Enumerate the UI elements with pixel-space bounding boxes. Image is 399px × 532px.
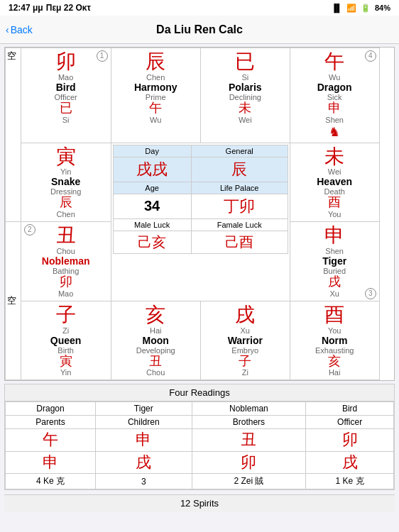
four-readings-section: Four Readings Dragon Tiger Nobleman Bird… — [4, 384, 395, 490]
status-bar: 12:47 μμ Πεμ 22 Οκτ ▐▌ 📶 🔋 84% — [0, 0, 399, 16]
general-label: General — [191, 145, 288, 157]
cell-xu-warrior: 戌 Xu Warrior Embryo 子 Zi — [200, 301, 290, 380]
four-readings-table: Dragon Tiger Nobleman Bird Parents Child… — [5, 401, 394, 489]
row-footer: 4 Ke 克 3 2 Zei 賊 1 Ke 克 — [6, 474, 394, 489]
page-title: Da Liu Ren Calc — [156, 23, 243, 36]
quad-1-number: 1 — [97, 50, 108, 62]
footer-nobleman: 2 Zei 賊 — [192, 474, 306, 489]
kong-left-bot: 空 — [6, 222, 21, 380]
cell-yin-snake: 寅 Yin Snake Dressing 辰 Chen — [21, 143, 111, 222]
battery-icon: 🔋 — [361, 4, 371, 13]
row-1: 空 1 卯 Mao Bird Officer 已 Si 辰 Chen Harmo… — [6, 48, 395, 143]
four-readings-title: Four Readings — [5, 384, 394, 401]
type-brothers: Brothers — [192, 416, 306, 429]
column-headers-row: Dragon Tiger Nobleman Bird — [6, 402, 394, 416]
main-grid: 空 1 卯 Mao Bird Officer 已 Si 辰 Chen Harmo… — [5, 48, 394, 380]
spacer-right-bot — [379, 222, 394, 380]
cell-wei-heaven: 未 Wei Heaven Death 酉 You — [290, 143, 379, 222]
footer-tiger: 3 — [96, 474, 192, 489]
nav-bar: ‹ Back Da Liu Ren Calc — [0, 16, 399, 44]
twelve-spirits-title: 12 Spirits — [4, 494, 395, 511]
col-nobleman: Nobleman — [192, 402, 306, 416]
ch2-bird: 戌 — [306, 451, 394, 473]
spacer-right-top — [379, 48, 394, 222]
status-icons: ▐▌ 📶 🔋 84% — [331, 4, 390, 13]
status-time: 12:47 μμ Πεμ 22 Οκτ — [9, 3, 91, 13]
center-info-box: Day General 戌戌 辰 Age Life Palace — [111, 143, 290, 301]
row-4: 子 Zi Queen Birth 寅 Yin 亥 Hai Moon Develo… — [6, 301, 395, 380]
age-label: Age — [113, 182, 191, 194]
type-parents: Parents — [6, 416, 96, 429]
battery-pct: 84% — [375, 4, 390, 12]
ch1-nobleman: 丑 — [192, 429, 306, 451]
cell-you-norm: 酉 You Norm Exhausting 亥 Hai — [290, 301, 379, 380]
cell-si-polaris: 已 Si Polaris Declining 未 Wei — [200, 48, 290, 143]
cell-hai-moon: 亥 Hai Moon Developing 丑 Chou — [111, 301, 200, 380]
type-children: Children — [96, 416, 192, 429]
time: 12:47 μμ — [9, 3, 43, 13]
row-chinese2: 申 戌 卯 戌 — [6, 451, 394, 473]
day: Πεμ 22 Οκτ — [46, 3, 91, 13]
chevron-left-icon: ‹ — [6, 24, 9, 35]
lifepalace-label: Life Palace — [191, 182, 288, 194]
type-officer: Officer — [306, 416, 394, 429]
lifepalace-chinese: 丁卯 — [191, 194, 288, 218]
footer-dragon: 4 Ke 克 — [6, 474, 96, 489]
back-button[interactable]: ‹ Back — [6, 24, 33, 35]
back-label: Back — [11, 24, 33, 35]
cell-shen-tiger: 3 申 Shen Tiger Buried 戌 Xu — [290, 222, 379, 301]
age-number: 34 — [113, 194, 191, 218]
cell-chou-nobleman: 2 丑 Chou Nobleman Bathing 卯 Mao — [21, 222, 111, 301]
quad-4-number: 4 — [365, 50, 376, 62]
ch2-dragon: 申 — [6, 451, 96, 473]
cell-mao-bird: 1 卯 Mao Bird Officer 已 Si — [21, 48, 111, 143]
day-label: Day — [113, 145, 191, 157]
row-types: Parents Children Brothers Officer — [6, 416, 394, 429]
quad-3-number: 3 — [365, 287, 376, 299]
day-chinese: 戌戌 — [113, 157, 191, 182]
female-luck-chinese: 己酉 — [191, 231, 288, 253]
cell-chen-harmony: 辰 Chen Harmony Prime 午 Wu — [111, 48, 200, 143]
male-luck-label: Male Luck — [113, 218, 191, 231]
col-dragon: Dragon — [6, 402, 96, 416]
row-2: 寅 Yin Snake Dressing 辰 Chen Day General … — [6, 143, 395, 222]
quad-2-number: 2 — [24, 223, 35, 235]
male-luck-chinese: 己亥 — [113, 231, 191, 253]
ch2-nobleman: 卯 — [192, 451, 306, 473]
signal-icon: ▐▌ — [331, 4, 342, 12]
ch1-tiger: 申 — [96, 429, 192, 451]
cell-zi-queen: 子 Zi Queen Birth 寅 Yin — [21, 301, 111, 380]
ch1-dragon: 午 — [6, 429, 96, 451]
general-chinese: 辰 — [191, 157, 288, 182]
cell-wu-dragon: 4 午 Wu Dragon Sick 申 Shen ♞ — [290, 48, 379, 143]
female-luck-label: Famale Luck — [191, 218, 288, 231]
wifi-icon: 📶 — [346, 4, 356, 13]
horse-icon: ♞ — [329, 125, 340, 139]
col-bird: Bird — [306, 402, 394, 416]
row-chinese1: 午 申 丑 卯 — [6, 429, 394, 451]
kong-left-top: 空 — [6, 48, 21, 222]
ch2-tiger: 戌 — [96, 451, 192, 473]
footer-bird: 1 Ke 克 — [306, 474, 394, 489]
si-chinese: 已 — [23, 101, 109, 116]
ch1-bird: 卯 — [306, 429, 394, 451]
col-tiger: Tiger — [96, 402, 192, 416]
